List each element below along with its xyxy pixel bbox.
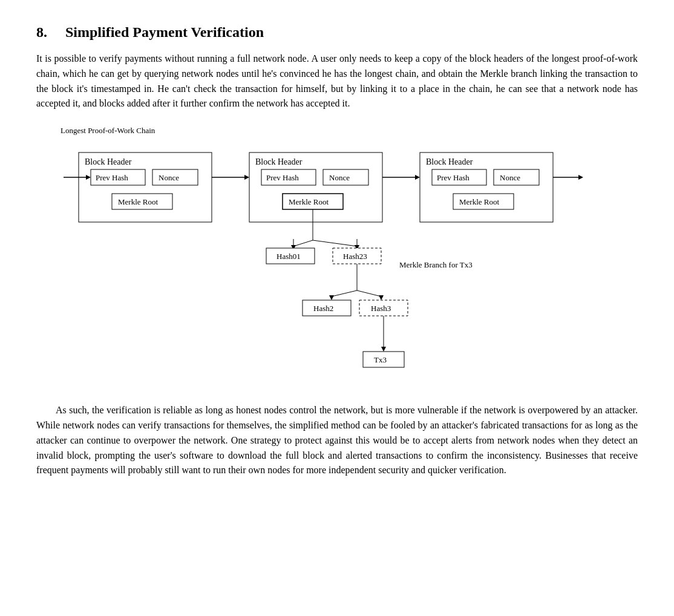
svg-marker-21 <box>415 175 420 180</box>
diagram-container: Longest Proof-of-Work Chain Block Header… <box>61 126 638 388</box>
svg-text:Hash01: Hash01 <box>276 252 301 261</box>
svg-text:Tx3: Tx3 <box>374 355 387 364</box>
svg-text:Merkle Branch for Tx3: Merkle Branch for Tx3 <box>399 260 473 269</box>
svg-marker-48 <box>379 295 384 300</box>
svg-text:Hash23: Hash23 <box>343 252 367 261</box>
svg-text:Hash3: Hash3 <box>371 304 391 313</box>
svg-text:Merkle Root: Merkle Root <box>118 197 158 206</box>
section-title: Simplified Payment Verification <box>65 24 264 40</box>
svg-text:Block Header: Block Header <box>85 157 132 166</box>
svg-text:Nonce: Nonce <box>159 173 179 182</box>
intro-paragraph: It is possible to verify payments withou… <box>36 51 638 111</box>
svg-text:Prev Hash: Prev Hash <box>266 173 299 182</box>
conclusion-paragraph: As such, the verification is reliable as… <box>36 403 638 478</box>
svg-line-34 <box>313 240 357 246</box>
svg-marker-31 <box>578 175 583 180</box>
section-heading: 8. Simplified Payment Verification <box>36 24 638 41</box>
svg-text:Merkle Root: Merkle Root <box>459 197 499 206</box>
svg-text:Nonce: Nonce <box>500 173 520 182</box>
svg-line-45 <box>332 290 357 297</box>
blockchain-diagram: Block Header Prev Hash Nonce Merkle Root… <box>61 140 641 388</box>
svg-marker-54 <box>381 347 386 352</box>
svg-marker-11 <box>244 175 249 180</box>
svg-text:Prev Hash: Prev Hash <box>437 173 470 182</box>
svg-line-33 <box>293 240 313 246</box>
svg-text:Block Header: Block Header <box>426 157 473 166</box>
svg-text:Merkle Root: Merkle Root <box>289 197 329 206</box>
svg-text:Prev Hash: Prev Hash <box>96 173 128 182</box>
svg-marker-47 <box>329 295 334 300</box>
svg-text:Nonce: Nonce <box>329 173 350 182</box>
svg-text:Block Header: Block Header <box>255 157 303 166</box>
svg-text:Hash2: Hash2 <box>313 304 333 313</box>
chain-label: Longest Proof-of-Work Chain <box>61 126 638 136</box>
section-number: 8. <box>36 24 47 40</box>
svg-line-46 <box>357 290 381 297</box>
